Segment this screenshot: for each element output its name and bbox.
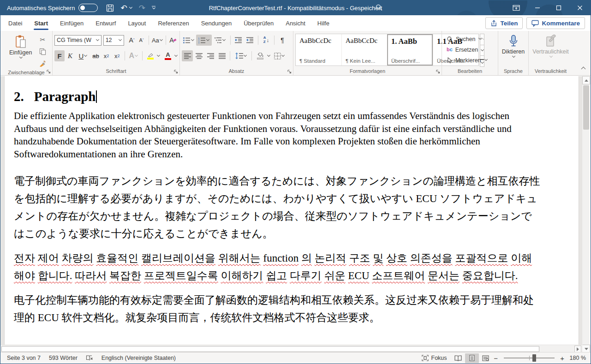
tab-referenzen[interactable]: Referenzen [152,15,195,31]
comments-button[interactable]: Kommentare [526,17,585,29]
language-indicator[interactable]: Englisch (Vereinigte Staaten) [97,352,180,364]
multilevel-list-button[interactable] [212,35,228,46]
read-mode-button[interactable] [451,353,465,363]
bold-button[interactable]: F [54,50,65,61]
scroll-up-button[interactable] [582,76,590,84]
undo-button[interactable]: ↶ [120,4,132,12]
style-heading1[interactable]: 1. AaBb Überschrif... [387,34,433,66]
select-button[interactable]: Markieren [447,55,496,66]
tab-datei[interactable]: Datei [2,15,28,31]
font-size-dropdown-icon[interactable] [119,37,122,41]
paste-dropdown-icon[interactable] [19,55,23,59]
shrink-font-button[interactable]: Aˇ [137,35,146,46]
print-layout-button[interactable] [465,353,479,363]
zoom-out-button[interactable]: − [493,354,499,362]
decrease-indent-button[interactable] [233,35,244,46]
highlight-button[interactable] [145,50,156,61]
align-center-button[interactable] [193,50,204,61]
focus-mode-button[interactable]: Fokus [418,352,451,364]
tab-hilfe[interactable]: Hilfe [311,15,335,31]
paragraph-dialog-launcher-icon[interactable] [287,69,292,74]
search-icon[interactable] [375,4,383,12]
font-name-combo[interactable]: CG Times (W [54,35,101,46]
tab-sendungen[interactable]: Sendungen [195,15,238,31]
save-icon[interactable] [106,4,114,12]
underline-button[interactable]: U [76,50,90,61]
document-area: 2.Paragraph Die effiziente Applikation e… [0,76,583,345]
italic-button[interactable]: K [65,50,75,61]
font-name-dropdown-icon[interactable] [96,37,99,41]
highlight-dropdown-icon[interactable] [157,53,160,56]
proofing-status[interactable] [82,352,97,364]
customize-toolbar-icon[interactable] [152,6,155,10]
increase-indent-button[interactable] [245,35,256,46]
autosave-toggle[interactable] [78,4,98,12]
clear-formatting-button[interactable]: A [168,35,178,46]
tab-start[interactable]: Start [28,15,54,31]
document-page[interactable]: 2.Paragraph Die effiziente Applikation e… [4,76,579,345]
autosave-control[interactable]: Automatisches Speichern [0,4,98,12]
superscript-button[interactable]: x2 [112,50,122,61]
numbering-button[interactable] [196,35,212,46]
dictate-button[interactable]: Diktieren [499,33,528,66]
tab-ansicht[interactable]: Ansicht [280,15,311,31]
align-right-button[interactable] [205,50,216,61]
style-no-spacing[interactable]: AaBbCcDc ¶ Kein Lee... [341,34,387,66]
share-button[interactable]: Teilen [485,17,523,29]
font-color-dropdown-icon[interactable] [174,53,178,56]
ribbon-display-options-icon[interactable] [506,0,527,15]
font-size-combo[interactable]: 12 [103,35,124,46]
undo-dropdown-icon[interactable] [129,5,132,8]
subscript-button[interactable]: x2 [101,50,112,61]
paragraph-japanese[interactable]: 電子制御式の車両ファンクションを効率的に適合するためには、対象ファンクションの論… [14,173,542,243]
maximize-button[interactable] [548,0,569,15]
collapse-ribbon-icon[interactable] [582,64,585,72]
word-count[interactable]: 593 Wörter [45,352,82,364]
web-layout-button[interactable] [479,353,493,363]
clipboard-dialog-launcher-icon[interactable] [46,69,51,74]
document-heading[interactable]: 2.Paragraph [14,88,569,105]
find-button[interactable]: Suchen [447,34,496,44]
styles-dialog-launcher-icon[interactable] [436,69,440,74]
tab-layout[interactable]: Layout [122,15,152,31]
close-button[interactable] [569,0,591,15]
borders-button[interactable] [272,50,286,61]
page-indicator[interactable]: Seite 3 von 7 [5,352,45,364]
replace-button[interactable]: bc Ersetzen [447,44,496,55]
copy-button[interactable] [37,46,48,57]
change-case-button[interactable]: Aa [151,35,164,46]
justify-button[interactable] [216,50,227,61]
paste-button[interactable]: Einfügen [6,33,35,69]
paragraph-chinese[interactable]: 电子化控制车辆功能的有效标定需要全面了解函数的逻辑结构和相互依赖关系。这反过来又… [14,292,542,327]
line-spacing-button[interactable] [233,50,249,61]
vertical-scrollbar[interactable] [582,76,590,353]
tab-ueberpruefen[interactable]: Überprüfen [238,15,280,31]
bullets-button[interactable] [182,35,196,46]
horizontal-scroll-thumb[interactable] [1,346,539,352]
zoom-in-button[interactable]: + [559,354,566,362]
style-standard[interactable]: AaBbCcDc ¶ Standard [296,34,341,66]
grow-font-button[interactable]: Aˆ [127,35,137,46]
format-painter-button[interactable] [37,58,48,69]
paragraph-korean[interactable]: 전자 제어 차량의 효율적인 캘리브레이션을 위해서는 function 의 논… [14,250,542,285]
vertical-scroll-thumb[interactable] [583,85,589,130]
zoom-level[interactable]: 180 % [566,352,586,364]
font-dialog-launcher-icon[interactable] [173,69,178,74]
paste-clipboard-icon [15,35,27,48]
paragraph-german[interactable]: Die effiziente Applikation elektronisch … [14,110,542,161]
strikethrough-button[interactable]: ab [90,50,101,61]
sort-button[interactable]: AZ ↓ [261,35,272,46]
show-formatting-marks-button[interactable]: ¶ [277,35,288,46]
shading-button[interactable] [254,50,266,61]
minimize-button[interactable] [527,0,548,15]
font-color-button[interactable]: A [162,50,173,61]
zoom-slider[interactable] [504,358,555,358]
clipboard-group-label: Zwischenablage [2,69,50,75]
align-left-button[interactable] [182,50,193,61]
scroll-right-button[interactable] [574,346,581,352]
cut-button[interactable]: ✂ [37,34,48,45]
tab-entwurf[interactable]: Entwurf [90,15,122,31]
shading-dropdown-icon[interactable] [267,53,270,56]
tab-einfuegen[interactable]: Einfügen [54,15,90,31]
zoom-slider-thumb[interactable] [532,354,536,362]
